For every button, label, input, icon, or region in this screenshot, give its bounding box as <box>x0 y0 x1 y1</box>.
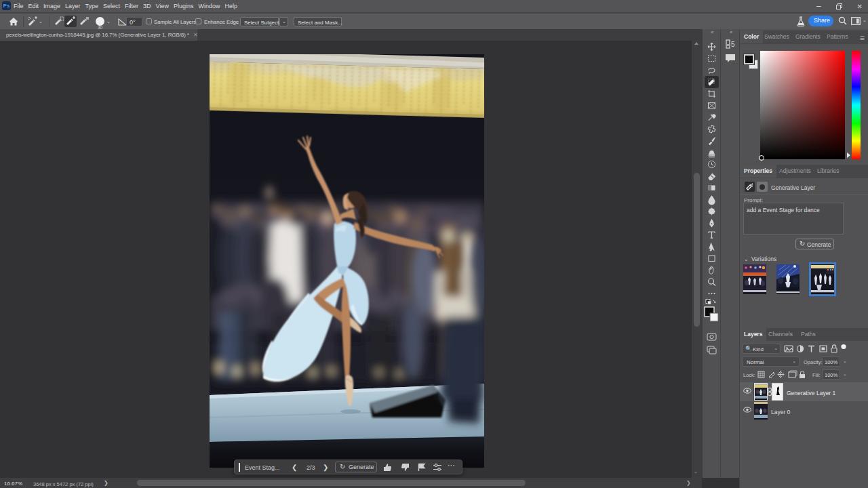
svg-text:5: 5 <box>731 41 735 48</box>
